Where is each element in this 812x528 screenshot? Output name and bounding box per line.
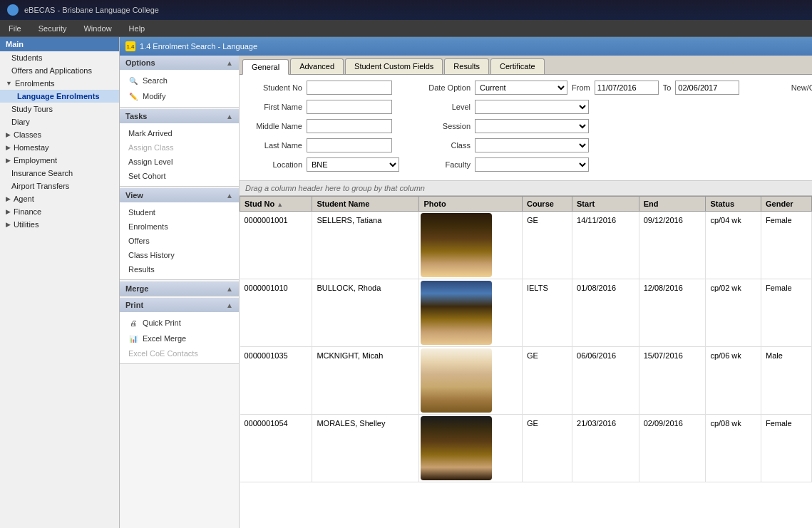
- sidebar-item-employment[interactable]: ▶ Employment: [0, 154, 119, 167]
- search-button[interactable]: 🔍 Search: [120, 73, 239, 88]
- student-no-input[interactable]: [307, 81, 392, 95]
- excel-merge-label: Excel Merge: [143, 334, 186, 343]
- sidebar-item-homestay[interactable]: ▶ Homestay: [0, 141, 119, 154]
- expand-icon-agent: ▶: [6, 195, 11, 202]
- tab-certificate[interactable]: Certificate: [490, 58, 545, 74]
- middle-name-input[interactable]: [307, 119, 392, 133]
- from-date-input[interactable]: [595, 81, 659, 95]
- main-content: 1.4 1.4 Enrolment Search - Language Opti…: [120, 37, 812, 528]
- assign-class-button: Assign Class: [120, 140, 239, 155]
- table-row[interactable]: 0000001054 MORALES, Shelley GE 21/03/201…: [240, 415, 812, 482]
- level-row: Level: [413, 100, 739, 114]
- session-select[interactable]: [475, 119, 589, 133]
- tasks-collapse-icon: ▲: [226, 113, 233, 120]
- cell-stud-no: 0000001001: [240, 212, 312, 279]
- sidebar-item-language-enrolments[interactable]: Language Enrolments: [0, 90, 119, 103]
- view-header[interactable]: View ▲: [120, 188, 239, 202]
- sidebar-item-insurance[interactable]: Insurance Search: [0, 167, 119, 180]
- col-end[interactable]: End: [639, 197, 706, 212]
- view-class-history-button[interactable]: Class History: [120, 248, 239, 262]
- menu-help[interactable]: Help: [120, 22, 154, 35]
- view-enrolments-button[interactable]: Enrolments: [120, 219, 239, 234]
- sidebar-classes-label: Classes: [14, 130, 41, 139]
- window-title: 1.4 Enrolment Search - Language: [140, 42, 257, 51]
- merge-header[interactable]: Merge ▲: [120, 281, 239, 296]
- cell-name: MORALES, Shelley: [312, 415, 419, 482]
- app-icon: [7, 4, 19, 16]
- class-select[interactable]: [475, 138, 589, 152]
- to-date-input[interactable]: [675, 81, 739, 95]
- tab-general[interactable]: General: [242, 59, 289, 75]
- mark-arrived-button[interactable]: Mark Arrived: [120, 126, 239, 140]
- sidebar-item-enrolments[interactable]: ▼ Enrolments: [0, 77, 119, 90]
- col-stud-no[interactable]: Stud No ▲: [240, 197, 312, 212]
- location-label: Location: [245, 160, 302, 169]
- cell-stud-no: 0000001054: [240, 415, 312, 482]
- sidebar-item-airport[interactable]: Airport Transfers: [0, 180, 119, 192]
- sidebar-item-finance[interactable]: ▶ Finance: [0, 205, 119, 218]
- quick-print-label: Quick Print: [143, 319, 181, 327]
- col-gender[interactable]: Gender: [761, 197, 812, 212]
- view-results-label: Results: [128, 265, 155, 274]
- level-select[interactable]: [475, 100, 589, 114]
- cell-start: 01/08/2016: [572, 279, 639, 347]
- menu-window[interactable]: Window: [75, 22, 120, 35]
- print-header[interactable]: Print ▲: [120, 298, 239, 312]
- sidebar-section-main[interactable]: Main: [0, 37, 119, 51]
- assign-level-button[interactable]: Assign Level: [120, 155, 239, 169]
- sidebar-employment-label: Employment: [14, 156, 57, 165]
- view-results-button[interactable]: Results: [120, 262, 239, 276]
- table-row[interactable]: 0000001001 SELLERS, Tatiana GE 14/11/201…: [240, 212, 812, 279]
- session-label: Session: [413, 122, 471, 130]
- table-row[interactable]: 0000001010 BULLOCK, Rhoda IELTS 01/08/20…: [240, 279, 812, 347]
- sidebar-item-study-tours[interactable]: Study Tours: [0, 103, 119, 115]
- date-option-select[interactable]: Current: [475, 81, 567, 95]
- tasks-label: Tasks: [125, 112, 147, 120]
- set-cohort-button[interactable]: Set Cohort: [120, 169, 239, 183]
- tasks-header[interactable]: Tasks ▲: [120, 109, 239, 123]
- view-student-button[interactable]: Student: [120, 205, 239, 219]
- cell-end: 12/08/2016: [639, 279, 706, 347]
- sidebar-item-classes[interactable]: ▶ Classes: [0, 128, 119, 141]
- menu-security[interactable]: Security: [30, 22, 76, 35]
- last-name-input[interactable]: [307, 138, 392, 152]
- cell-course: GE: [522, 347, 572, 415]
- to-label: To: [663, 83, 672, 92]
- holidays-label: Holidays: [761, 103, 812, 111]
- expand-icon: ▼: [6, 80, 12, 87]
- excel-merge-button[interactable]: 📊 Excel Merge: [120, 331, 239, 346]
- faculty-select[interactable]: [475, 157, 589, 172]
- view-offers-button[interactable]: Offers: [120, 234, 239, 248]
- col-status[interactable]: Status: [706, 197, 761, 212]
- expand-icon-employment: ▶: [6, 157, 11, 164]
- table-row[interactable]: 0000001035 MCKNIGHT, Micah GE 06/06/2016…: [240, 347, 812, 415]
- search-form: Student No First Name Middle Name: [240, 75, 812, 181]
- modify-button[interactable]: ✏️ Modify: [120, 88, 239, 104]
- quick-print-button[interactable]: 🖨 Quick Print: [120, 315, 239, 331]
- tab-results[interactable]: Results: [444, 58, 489, 74]
- sidebar-item-students[interactable]: Students: [0, 51, 119, 64]
- student-no-label: Student No: [245, 83, 302, 92]
- col-photo[interactable]: Photo: [419, 197, 523, 212]
- cell-name: BULLOCK, Rhoda: [312, 279, 419, 347]
- location-select[interactable]: BNE: [307, 157, 399, 172]
- sidebar-item-offers[interactable]: Offers and Applications: [0, 64, 119, 77]
- options-header[interactable]: Options ▲: [120, 56, 239, 70]
- sidebar-utilities-label: Utilities: [14, 220, 38, 229]
- tab-custom-fields[interactable]: Student Custom Fields: [345, 58, 443, 74]
- col-start[interactable]: Start: [572, 197, 639, 212]
- content-area: Options ▲ 🔍 Search ✏️ Modify: [120, 56, 812, 528]
- first-name-input[interactable]: [307, 100, 392, 114]
- col-student-name[interactable]: Student Name: [312, 197, 419, 212]
- first-name-label: First Name: [245, 103, 302, 111]
- cell-name: SELLERS, Tatiana: [312, 212, 419, 279]
- merge-collapse-icon: ▲: [226, 285, 233, 293]
- sidebar-item-agent[interactable]: ▶ Agent: [0, 192, 119, 205]
- excel-coe-button: Excel CoE Contacts: [120, 346, 239, 361]
- menu-file[interactable]: File: [0, 22, 30, 35]
- sidebar-item-utilities[interactable]: ▶ Utilities: [0, 218, 119, 231]
- data-table[interactable]: Stud No ▲ Student Name Photo Course Star…: [240, 196, 812, 528]
- col-course[interactable]: Course: [522, 197, 572, 212]
- tab-advanced[interactable]: Advanced: [290, 58, 344, 74]
- sidebar-item-diary[interactable]: Diary: [0, 115, 119, 128]
